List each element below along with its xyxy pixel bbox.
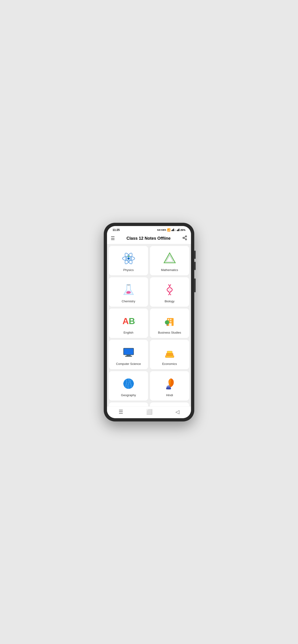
signal-icon-2 — [177, 228, 179, 231]
svg-marker-14 — [166, 255, 173, 261]
svg-line-3 — [184, 238, 185, 239]
nav-home-icon[interactable]: ⬜ — [146, 409, 152, 415]
vol-up-button — [194, 250, 196, 259]
top-bar: ☰ Class 12 Notes Offline — [107, 233, 191, 244]
subject-card-computer[interactable]: Computer Science — [109, 340, 148, 369]
english-label: English — [123, 331, 133, 334]
subject-card-mathematics[interactable]: Mathematics — [150, 246, 189, 276]
svg-rect-47 — [167, 385, 169, 387]
chemistry-icon — [121, 282, 136, 297]
svg-rect-36 — [125, 356, 132, 357]
svg-rect-34 — [124, 348, 133, 354]
physics-icon — [121, 251, 136, 266]
status-bar: 11:25 540 KB/S 📶 26% — [107, 226, 191, 233]
svg-point-31 — [165, 320, 169, 324]
signal-icon — [171, 228, 176, 231]
menu-icon[interactable]: ☰ — [111, 236, 115, 241]
svg-rect-29 — [170, 321, 171, 322]
business-icon — [162, 314, 177, 328]
geography-label: Geography — [121, 394, 136, 397]
status-right: 540 KB/S 📶 26% — [157, 228, 185, 232]
svg-rect-32 — [166, 324, 167, 326]
economics-icon — [162, 345, 177, 360]
svg-rect-30 — [169, 323, 171, 326]
power-button — [194, 278, 196, 292]
computer-icon — [121, 345, 136, 360]
mathematics-icon — [162, 251, 177, 266]
chemistry-label: Chemistry — [122, 300, 135, 303]
hindi-label: Hindi — [166, 394, 173, 397]
business-label: Business Studies — [158, 331, 181, 334]
subject-card-biology[interactable]: Biology — [150, 277, 189, 307]
svg-point-9 — [127, 257, 130, 260]
physics-label: Physics — [123, 268, 134, 272]
subject-card-hindi[interactable]: Hindi — [150, 371, 189, 400]
geography-icon — [121, 376, 136, 391]
nav-back-icon[interactable]: ◁ — [175, 409, 179, 415]
svg-rect-27 — [170, 319, 171, 320]
biology-icon — [162, 282, 177, 297]
biology-label: Biology — [165, 300, 175, 303]
subject-card-chemistry[interactable]: Chemistry — [109, 277, 148, 307]
svg-point-17 — [126, 292, 129, 294]
svg-point-10 — [128, 256, 129, 257]
subject-card-it[interactable]: Information Technology — [150, 402, 189, 406]
subject-card-geography[interactable]: Geography — [109, 371, 148, 400]
share-icon[interactable] — [182, 235, 187, 242]
nav-menu-icon[interactable]: ☰ — [119, 409, 123, 415]
svg-rect-35 — [126, 355, 131, 356]
hindi-icon — [162, 376, 177, 391]
subjects-grid: Physics Mathematics — [107, 244, 191, 406]
wifi-icon: 📶 — [167, 228, 171, 232]
svg-rect-48 — [166, 387, 171, 389]
subject-card-history[interactable]: History — [109, 402, 148, 406]
bottom-navigation: ☰ ⬜ ◁ — [107, 406, 191, 418]
phone-screen: 11:25 540 KB/S 📶 26% — [107, 226, 191, 418]
svg-rect-39 — [167, 351, 172, 353]
subject-card-economics[interactable]: Economics — [150, 340, 189, 369]
vol-down-button — [194, 262, 196, 270]
svg-rect-38 — [166, 353, 173, 355]
subject-card-physics[interactable]: Physics — [109, 246, 148, 276]
page-title: Class 12 Notes Offline — [127, 236, 171, 241]
subject-card-english[interactable]: ABC English — [109, 308, 148, 338]
subject-card-business[interactable]: Business Studies — [150, 308, 189, 338]
svg-rect-26 — [168, 319, 169, 320]
english-icon: ABC — [121, 314, 136, 328]
speed-display: 540 KB/S — [157, 229, 166, 231]
time-display: 11:25 — [113, 228, 120, 232]
phone-frame: 11:25 540 KB/S 📶 26% — [104, 223, 194, 422]
svg-rect-37 — [165, 356, 174, 358]
computer-label: Computer Science — [116, 362, 141, 366]
mathematics-label: Mathematics — [161, 268, 178, 272]
battery-display: 26% — [180, 228, 185, 231]
economics-label: Economics — [162, 362, 177, 366]
svg-line-4 — [184, 236, 185, 238]
svg-text:ABC: ABC — [122, 316, 135, 326]
